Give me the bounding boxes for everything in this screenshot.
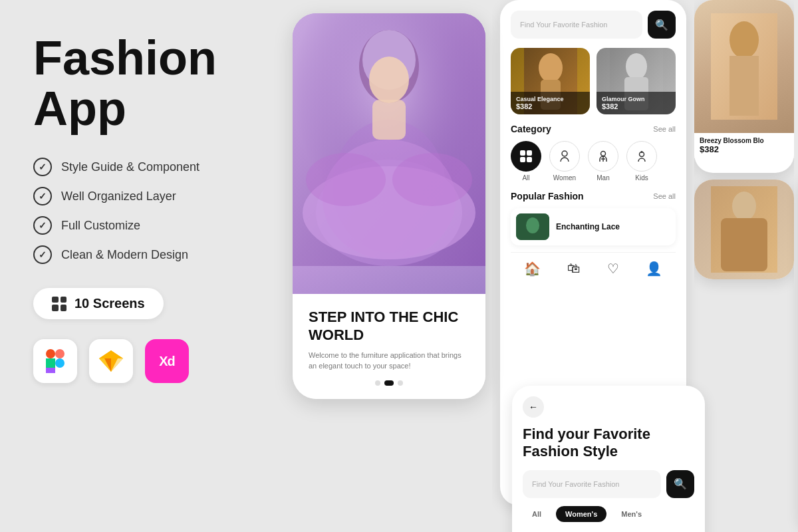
search-button[interactable]: 🔍 (648, 11, 676, 39)
phone-subtext: Welcome to the furniture application tha… (309, 350, 469, 371)
svg-point-41 (526, 217, 539, 233)
check-icon-3 (33, 216, 52, 235)
popular-thumb-1 (516, 213, 549, 240)
screens-badge[interactable]: 10 Screens (33, 288, 164, 319)
nav-bag-icon[interactable]: 🛍 (567, 261, 581, 277)
product-info-1: Casual Elegance $382 (511, 92, 590, 114)
partial-product-screen-2 (694, 180, 794, 279)
svg-point-23 (392, 153, 472, 206)
product-grid: Casual Elegance $382 (511, 48, 676, 114)
partial-product-price: $382 (700, 144, 789, 154)
svg-point-35 (601, 152, 606, 156)
feature-item-1: Style Guide & Component (33, 158, 253, 176)
svg-marker-11 (99, 350, 123, 358)
feature-list: Style Guide & Component Well Organized L… (33, 158, 253, 264)
category-row: All Women Man Kids (511, 141, 676, 182)
feature-text-4: Clean & Modern Design (61, 248, 188, 262)
svg-point-25 (539, 53, 563, 82)
category-tabs: All Women's Men's Unisex Kids (523, 506, 694, 532)
partial-product-image-2 (694, 180, 794, 279)
cat-kids-icon (626, 141, 657, 172)
partial-product-screen: Breezy Blossom Blo $382 (694, 0, 794, 173)
xd-label: Xd (159, 354, 175, 369)
feature-text-1: Style Guide & Component (61, 160, 200, 174)
search-screen-title: Find your Favorite Fashion Style (523, 426, 694, 461)
feature-item-3: Full Customize (33, 216, 253, 235)
search-screen-input[interactable]: Find Your Favorite Fashion (523, 470, 661, 498)
svg-point-34 (562, 151, 567, 156)
svg-point-39 (641, 151, 643, 153)
tab-all[interactable]: All (523, 506, 551, 522)
cat-women-icon (549, 141, 580, 172)
dot-2[interactable] (384, 380, 394, 386)
partial-screens: Breezy Blossom Blo $382 (694, 0, 794, 532)
svg-point-22 (306, 153, 386, 206)
svg-rect-3 (46, 358, 55, 368)
search-back-button[interactable]: ← (523, 396, 544, 418)
feature-item-4: Clean & Modern Design (33, 245, 253, 264)
product-info-2: Glamour Gown $382 (597, 92, 676, 114)
svg-point-28 (626, 53, 647, 80)
svg-rect-0 (46, 349, 55, 358)
check-icon-1 (33, 158, 52, 176)
cat-man-icon (588, 141, 618, 172)
category-header: Category See all (511, 124, 676, 134)
svg-rect-4 (46, 368, 55, 373)
svg-point-46 (732, 192, 756, 221)
svg-rect-2 (55, 358, 65, 368)
cat-all-icon (511, 141, 541, 172)
tab-kids[interactable]: Kids (571, 527, 605, 532)
feature-item-2: Well Organized Layer (33, 187, 253, 205)
search-screen-container: ← Find your Favorite Fashion Style Find … (512, 386, 705, 532)
search-bar: Find Your Favorite Fashion 🔍 (511, 11, 676, 39)
tab-unisex[interactable]: Unisex (523, 527, 565, 532)
figma-icon[interactable] (33, 339, 77, 383)
nav-home-icon[interactable]: 🏠 (524, 261, 541, 277)
tab-womens[interactable]: Women's (556, 506, 606, 522)
xd-icon[interactable]: Xd (145, 339, 189, 383)
partial-product-name: Breezy Blossom Blo (700, 137, 789, 144)
popular-header: Popular Fashion See all (511, 191, 676, 201)
phone-bottom: STEP INTO THE CHIC WORLD Welcome to the … (293, 294, 485, 399)
svg-rect-47 (721, 218, 767, 271)
check-icon-2 (33, 187, 52, 205)
svg-rect-32 (520, 157, 525, 162)
svg-rect-44 (730, 56, 759, 116)
product-card-1[interactable]: Casual Elegance $382 (511, 48, 590, 114)
cat-women[interactable]: Women (549, 141, 580, 182)
feature-text-3: Full Customize (61, 219, 140, 233)
phone-headline: STEP INTO THE CHIC WORLD (309, 309, 469, 344)
search-input[interactable]: Find Your Favorite Fashion (511, 11, 642, 39)
product-card-2[interactable]: Glamour Gown $382 (597, 48, 676, 114)
model-visual (293, 13, 485, 294)
screens-label: 10 Screens (74, 296, 145, 311)
svg-rect-33 (527, 157, 532, 162)
svg-rect-1 (55, 349, 65, 358)
popular-item-1[interactable]: Enchanting Lace (511, 208, 676, 245)
dot-3[interactable] (398, 380, 403, 386)
partial-product-image-top (694, 0, 794, 133)
svg-point-18 (369, 57, 409, 103)
tool-icons: Xd (33, 339, 253, 383)
cat-all[interactable]: All (511, 141, 541, 182)
phone-hero-image (293, 13, 485, 294)
center-phone: STEP INTO THE CHIC WORLD Welcome to the … (293, 13, 485, 399)
center-phone-area: STEP INTO THE CHIC WORLD Welcome to the … (286, 0, 492, 532)
svg-point-43 (730, 21, 759, 59)
svg-rect-31 (527, 150, 532, 156)
tab-mens[interactable]: Men's (612, 506, 651, 522)
svg-rect-19 (372, 100, 406, 140)
bottom-nav: 🏠 🛍 ♡ 👤 (511, 252, 676, 281)
left-panel: Fashion App Style Guide & Component Well… (0, 0, 286, 532)
sketch-icon[interactable] (89, 339, 133, 383)
search-screen-button[interactable]: 🔍 (666, 470, 694, 498)
dot-1[interactable] (375, 380, 380, 386)
feature-text-2: Well Organized Layer (61, 190, 176, 203)
svg-rect-30 (520, 150, 525, 156)
partial-product-info: Breezy Blossom Blo $382 (694, 133, 794, 158)
grid-icon (52, 297, 66, 311)
cat-man[interactable]: Man (588, 141, 618, 182)
nav-heart-icon[interactable]: ♡ (607, 261, 619, 277)
cat-kids[interactable]: Kids (626, 141, 657, 182)
nav-profile-icon[interactable]: 👤 (646, 261, 662, 277)
